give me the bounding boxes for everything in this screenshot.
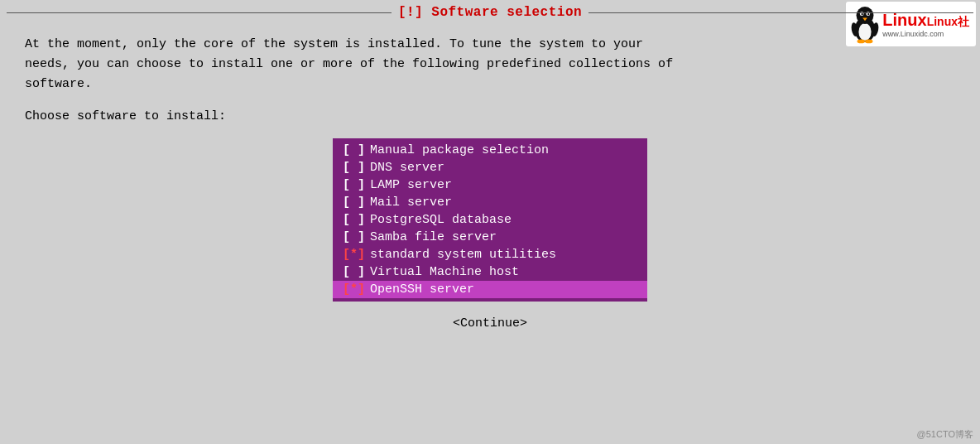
menu-item[interactable]: [*] OpenSSH server bbox=[333, 281, 647, 298]
menu-item-checkbox: [ ] bbox=[343, 230, 365, 244]
menu-item-label: LAMP server bbox=[370, 178, 452, 192]
bottom-watermark: @51CTO博客 bbox=[917, 428, 973, 441]
main-content: At the moment, only the core of the syst… bbox=[0, 23, 980, 339]
svg-point-1 bbox=[859, 23, 872, 41]
menu-item-label: Manual package selection bbox=[370, 143, 549, 157]
title-bar: [!] Software selection bbox=[0, 0, 980, 23]
menu-item-label: DNS server bbox=[370, 161, 444, 175]
logo-url: www.Linuxidc.com bbox=[882, 30, 944, 38]
menu-item-label: PostgreSQL database bbox=[370, 213, 512, 227]
svg-point-8 bbox=[858, 40, 866, 44]
continue-button[interactable]: <Continue> bbox=[453, 316, 527, 331]
menu-item[interactable]: [ ] Manual package selection bbox=[333, 142, 647, 159]
menu-item-checkbox: [ ] bbox=[343, 143, 365, 157]
menu-item-checkbox: [ ] bbox=[343, 265, 365, 279]
menu-item-checkbox: [*] bbox=[343, 248, 365, 262]
svg-point-9 bbox=[865, 40, 873, 44]
menu-item[interactable]: [ ] LAMP server bbox=[333, 176, 647, 194]
menu-item-checkbox: [ ] bbox=[343, 195, 365, 210]
description-text: At the moment, only the core of the syst… bbox=[25, 35, 955, 94]
screen: LinuxLinux社 www.Linuxidc.com [!] Softwar… bbox=[0, 0, 980, 444]
menu-item-checkbox: [*] bbox=[343, 282, 365, 297]
menu-item[interactable]: [*] standard system utilities bbox=[333, 246, 647, 263]
menu-item-label: Virtual Machine host bbox=[370, 265, 519, 279]
choose-label: Choose software to install: bbox=[25, 109, 955, 123]
desc-line2: needs, you can choose to install one or … bbox=[25, 55, 955, 75]
menu-item-checkbox: [ ] bbox=[343, 161, 365, 175]
menu-item-label: OpenSSH server bbox=[370, 282, 474, 297]
menu-list: [ ] Manual package selection[ ] DNS serv… bbox=[333, 138, 647, 302]
page-title: [!] Software selection bbox=[398, 5, 582, 20]
menu-item-label: standard system utilities bbox=[370, 248, 556, 262]
desc-line1: At the moment, only the core of the syst… bbox=[25, 35, 955, 55]
menu-item[interactable]: [ ] DNS server bbox=[333, 159, 647, 176]
menu-item[interactable]: [ ] Mail server bbox=[333, 194, 647, 211]
desc-line3: software. bbox=[25, 75, 955, 94]
menu-item-label: Mail server bbox=[370, 195, 452, 210]
menu-item-checkbox: [ ] bbox=[343, 178, 365, 192]
menu-item-label: Samba file server bbox=[370, 230, 497, 244]
menu-item[interactable]: [ ] Virtual Machine host bbox=[333, 263, 647, 281]
menu-item[interactable]: [ ] PostgreSQL database bbox=[333, 211, 647, 229]
menu-container: [ ] Manual package selection[ ] DNS serv… bbox=[25, 138, 955, 331]
title-line-left bbox=[7, 12, 392, 13]
menu-item-checkbox: [ ] bbox=[343, 213, 365, 227]
menu-item[interactable]: [ ] Samba file server bbox=[333, 229, 647, 246]
title-line-right bbox=[588, 12, 973, 13]
